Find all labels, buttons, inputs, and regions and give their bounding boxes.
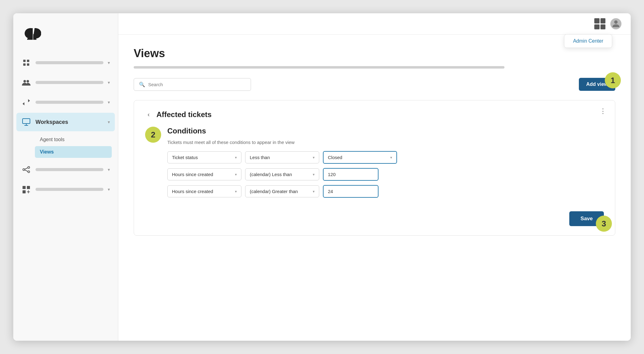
chevron-down-icon-3: ▾	[390, 155, 392, 160]
step-badge-2: 2	[145, 127, 161, 143]
search-icon: 🔍	[139, 82, 145, 87]
sidebar-item-workspaces[interactable]: Workspaces ▾	[16, 113, 115, 131]
svg-point-4	[23, 80, 26, 82]
panel-header: ‹ Affected tickets	[145, 110, 604, 119]
chevron-icon-5: ▾	[108, 167, 110, 172]
chevron-down-icon-5: ▾	[313, 172, 315, 177]
chevron-down-icon-6: ▾	[235, 189, 237, 194]
sidebar-item-addgrid[interactable]: ▾	[16, 180, 115, 199]
views-page: Views 🔍 Add view 1 ‹ Affected tickets	[118, 35, 631, 341]
sidebar: ▾ ▾ ▾	[13, 13, 118, 341]
affected-tickets-panel: ‹ Affected tickets ⋮ 2 Conditions Ticket…	[134, 100, 615, 236]
nav-bar-5	[36, 168, 103, 171]
panel-footer: Save 3	[145, 211, 604, 226]
svg-rect-6	[23, 119, 30, 124]
chevron-icon-6: ▾	[108, 187, 110, 192]
add-view-wrapper: Add view 1	[579, 78, 615, 91]
chevron-icon-3: ▾	[108, 100, 110, 105]
condition-1-field-text: Ticket status	[172, 155, 232, 160]
sidebar-item-building[interactable]: ▾	[16, 53, 115, 72]
chevron-icon-4: ▾	[108, 120, 110, 124]
svg-rect-1	[27, 60, 29, 62]
chevron-down-icon-1: ▾	[235, 155, 237, 160]
svg-point-8	[23, 169, 25, 171]
condition-3-field[interactable]: Hours since created ▾	[167, 185, 241, 197]
back-button[interactable]: ‹	[145, 110, 152, 119]
sidebar-item-workspaces-label: Workspaces	[36, 119, 68, 125]
top-bar: Admin Center	[118, 13, 631, 35]
sidebar-item-flows[interactable]: ▾	[16, 160, 115, 179]
search-add-row: 🔍 Add view 1	[134, 78, 615, 91]
chevron-down-icon-7: ▾	[313, 189, 315, 194]
svg-rect-2	[23, 63, 26, 66]
sub-nav-views[interactable]: Views	[35, 146, 112, 158]
zendesk-logo	[23, 26, 41, 41]
sub-nav-agent-tools[interactable]: Agent tools	[35, 134, 112, 145]
people-icon	[21, 78, 31, 87]
condition-2-operator-text: (calendar) Less than	[250, 172, 310, 177]
chevron-down-icon-4: ▾	[235, 172, 237, 177]
sidebar-nav: ▾ ▾ ▾	[13, 53, 118, 199]
conditions-section: 2 Conditions Tickets must meet all of th…	[145, 127, 604, 202]
panel-title: Affected tickets	[157, 110, 212, 119]
condition-2-operator[interactable]: (calendar) Less than ▾	[245, 168, 319, 180]
condition-3-operator-text: (calendar) Greater than	[250, 189, 310, 194]
search-box[interactable]: 🔍	[134, 78, 251, 91]
condition-row-1: Ticket status ▾ Less than ▾ Closed ▾	[167, 151, 604, 164]
top-bar-icons	[594, 18, 621, 29]
condition-2-field-text: Hours since created	[172, 172, 232, 177]
more-options-button[interactable]: ⋮	[600, 108, 606, 115]
sub-nav: Agent tools Views	[16, 133, 115, 159]
svg-rect-15	[27, 192, 30, 192]
condition-2-field[interactable]: Hours since created ▾	[167, 168, 241, 180]
workspaces-icon	[21, 117, 31, 127]
user-avatar[interactable]	[610, 18, 621, 29]
condition-row-3: Hours since created ▾ (calendar) Greater…	[167, 185, 604, 198]
svg-rect-11	[23, 186, 26, 189]
condition-3-field-text: Hours since created	[172, 189, 232, 194]
step-badge-1: 1	[605, 72, 621, 88]
svg-point-9	[28, 166, 30, 168]
condition-2-value-input[interactable]	[323, 168, 378, 181]
routing-icon	[21, 97, 31, 107]
step-badge-2-wrapper: 2	[145, 127, 161, 143]
apps-grid-icon[interactable]	[594, 18, 605, 29]
sidebar-item-routing[interactable]: ▾	[16, 93, 115, 112]
page-title: Views	[134, 47, 615, 60]
condition-1-operator[interactable]: Less than ▾	[245, 151, 319, 163]
condition-1-operator-text: Less than	[250, 155, 310, 160]
main-content: Admin Center Views 🔍 Add view 1	[118, 13, 631, 341]
building-icon	[21, 58, 31, 68]
condition-1-field[interactable]: Ticket status ▾	[167, 151, 241, 163]
conditions-content: Conditions Tickets must meet all of thes…	[167, 127, 604, 202]
addgrid-icon	[21, 184, 31, 194]
progress-bar	[134, 66, 504, 69]
admin-center-link[interactable]: Admin Center	[573, 38, 603, 44]
svg-rect-3	[27, 63, 29, 66]
progress-bar-container	[134, 66, 615, 69]
nav-bar-1	[36, 61, 103, 64]
chevron-icon-1: ▾	[108, 60, 110, 65]
svg-point-5	[27, 80, 29, 82]
nav-bar-3	[36, 101, 103, 104]
chevron-down-icon-2: ▾	[313, 155, 315, 160]
step-badge-3: 3	[596, 216, 612, 232]
search-input[interactable]	[148, 82, 246, 87]
nav-bar-2	[36, 81, 103, 84]
nav-bar-6	[36, 188, 103, 191]
sidebar-item-people[interactable]: ▾	[16, 73, 115, 92]
logo-area	[13, 19, 118, 53]
svg-rect-0	[23, 60, 26, 62]
svg-rect-12	[27, 186, 30, 189]
condition-3-value-input[interactable]	[323, 185, 378, 198]
condition-3-operator[interactable]: (calendar) Greater than ▾	[245, 185, 319, 197]
chevron-icon-2: ▾	[108, 80, 110, 85]
admin-center-dropdown: Admin Center	[564, 34, 612, 48]
conditions-title: Conditions	[167, 127, 604, 135]
svg-rect-13	[23, 190, 26, 193]
svg-point-10	[28, 171, 30, 173]
flows-icon	[21, 165, 31, 175]
conditions-subtitle: Tickets must meet all of these condition…	[167, 140, 604, 145]
condition-1-value[interactable]: Closed ▾	[323, 151, 397, 164]
condition-row-2: Hours since created ▾ (calendar) Less th…	[167, 168, 604, 181]
